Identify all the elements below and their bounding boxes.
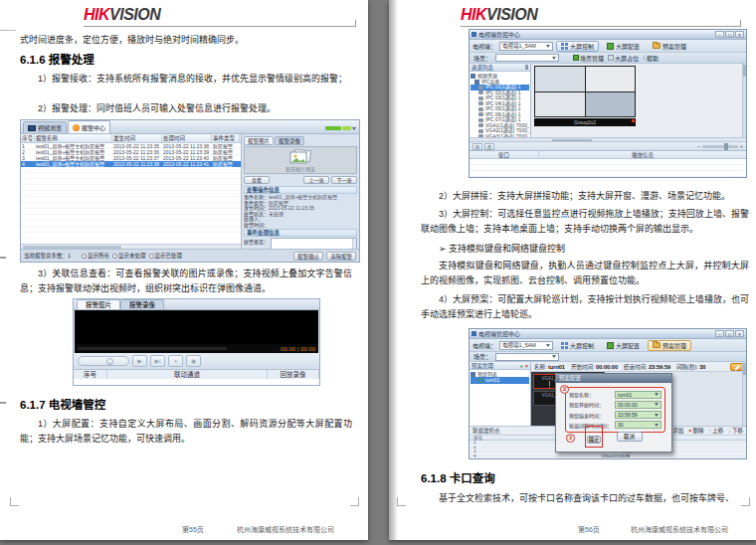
tab-video-browse[interactable]: 视频浏览	[23, 121, 67, 133]
dialog-titlebar[interactable]: 预案配置	[556, 374, 671, 383]
tab-screen-control[interactable]: 大屏控制	[556, 340, 599, 351]
hikvision-logo: HIKVISION	[461, 6, 537, 24]
plan-name-select[interactable]: turn01	[615, 391, 662, 399]
save-scene-button[interactable]: ▤	[472, 143, 482, 150]
toolbar-row-1: 电视墙： 电视墙1_5AM 大屏控制 大屏配置 预案管理	[470, 339, 746, 352]
wall-pane[interactable]	[586, 92, 636, 117]
tab-screen-config[interactable]: 大屏配置	[602, 41, 645, 52]
window-titlebar[interactable]: 电视墙管控中心 – □ ×	[470, 329, 746, 339]
close-button[interactable]: ×	[735, 330, 744, 337]
tab-alarm-center[interactable]: 报警中心	[68, 120, 110, 133]
prev-image-button[interactable]: 上一张	[303, 176, 329, 184]
wall-select[interactable]: 电视墙1_5AM	[499, 42, 553, 51]
wall-pane[interactable]	[586, 67, 636, 91]
snapshot-button[interactable]: ◉	[186, 355, 201, 367]
alarm-confirm-button[interactable]: 报警确认	[293, 252, 323, 261]
header-rule	[84, 26, 356, 27]
add-plan-icon[interactable]: +	[520, 362, 523, 370]
move-down-button[interactable]: ↓下移	[728, 427, 743, 435]
minimize-button[interactable]: –	[715, 31, 724, 38]
wall-select[interactable]: 电视墙1_5AM	[499, 341, 553, 350]
close-button[interactable]: ×	[735, 31, 744, 38]
document-viewer: { "logo": {"hik": "HIK", "vision": "VISI…	[0, 0, 756, 545]
scene-select[interactable]	[495, 353, 559, 361]
play-button[interactable]: ▶	[132, 355, 147, 367]
slider-knob[interactable]	[106, 358, 113, 365]
vertical-scrollbar[interactable]	[742, 64, 746, 137]
tvwall-plan-window: 电视墙管控中心 – □ × 电视墙： 电视墙1_5AM 大屏控制 大屏配置 预案…	[469, 328, 747, 459]
horizontal-scrollbar[interactable]	[470, 137, 746, 141]
column-header[interactable]: 处警状态	[240, 134, 242, 142]
move-up-button[interactable]: ↑上移	[708, 427, 723, 435]
opinion-row: 处警意见：	[244, 238, 357, 249]
alarm-table-row-selected[interactable]: 4test01_周界+报警主机防区报警2013-05-22 11:23:3820…	[21, 161, 241, 167]
ok-button[interactable]: 确定	[587, 436, 600, 444]
tab-screen-control[interactable]: 大屏控制	[556, 41, 599, 52]
column-header[interactable]: 处理时间	[162, 134, 212, 142]
tab-alarm-picture[interactable]: 报警图片	[77, 299, 120, 309]
time-display: 00:00 | 00:00	[281, 346, 315, 352]
vertical-scrollbar[interactable]	[742, 362, 746, 426]
opinion-textarea[interactable]	[271, 238, 357, 249]
crop-mark	[355, 20, 356, 27]
scrollbar[interactable]	[352, 239, 356, 249]
step-forward-button[interactable]: ▶|	[150, 355, 165, 367]
linkage-table-header: 序号 联动通道 回放录像	[74, 369, 319, 379]
body-text: 支持模拟键盘和网络键盘，执勤人员通过键盘控制监控点上大屏，并控制大屏上的视频图像…	[421, 259, 749, 288]
wall-pane[interactable]	[535, 67, 585, 91]
wall-pane[interactable]	[535, 92, 585, 117]
camera-icon	[478, 86, 483, 90]
scene-manage-button[interactable]: 场景管理	[573, 54, 604, 63]
column-header[interactable]: 序号	[21, 134, 35, 142]
zoom-in-icon[interactable]: +	[740, 143, 743, 149]
next-image-button[interactable]: 下一张	[331, 176, 357, 184]
radio-show-all[interactable]: 显示所有	[82, 252, 109, 260]
stop-button[interactable]: ×	[168, 355, 183, 367]
column-header[interactable]: 发生时间	[112, 134, 162, 142]
radio-show-handled[interactable]: 显示已处理	[149, 252, 183, 260]
camera-icon	[478, 91, 483, 94]
wall-grid-2x2[interactable]	[534, 66, 636, 117]
cancel-button[interactable]: 取消	[617, 432, 643, 442]
tab-plan-manage[interactable]: 预案管理	[648, 41, 691, 52]
delete-plan-icon[interactable]: ×	[525, 362, 528, 370]
scene-select[interactable]	[495, 54, 559, 62]
progress-bar[interactable]	[78, 347, 227, 350]
maximize-button[interactable]: □	[725, 31, 734, 38]
maximize-button[interactable]: □	[725, 330, 734, 337]
zoom-out-icon[interactable]: –	[697, 143, 700, 149]
tab-plan-manage[interactable]: 预案管理	[648, 340, 691, 351]
monitor-icon	[28, 125, 36, 131]
slider-knob[interactable]	[724, 143, 728, 150]
start-time-input[interactable]: 00:00:00	[615, 401, 662, 409]
tab-alarm-picture[interactable]: 报警图片	[244, 136, 274, 145]
change-bar	[0, 257, 6, 259]
resource-tree: 视频资源 IPC设备 IPC 01(1通道) 1 IPC 02(1通道) 1 I…	[470, 72, 530, 137]
tree-item-plan[interactable]: turn01	[471, 377, 529, 384]
screen-placeholder-button[interactable]: 大屏占位	[608, 54, 639, 63]
column-header[interactable]: 报警名称	[35, 134, 112, 142]
tour-row[interactable]: 405829555摄像	[470, 454, 746, 459]
window-titlebar[interactable]: 电视墙管控中心 – □ ×	[470, 30, 746, 40]
alarm-clear-button[interactable]: 清除报警	[326, 252, 356, 261]
tab-alarm-video[interactable]: 报警录像	[275, 136, 304, 145]
view-button[interactable]: 查看	[244, 176, 270, 184]
volume-slider[interactable]	[78, 356, 129, 366]
horizontal-scrollbar[interactable]	[21, 244, 241, 249]
tab-screen-config[interactable]: 大屏配置	[602, 340, 645, 351]
column-header[interactable]: 事件类型	[212, 134, 240, 142]
help-button[interactable]: ↕帮助	[643, 54, 659, 63]
tab-alarm-video[interactable]: 报警录像	[120, 299, 164, 309]
wall-canvas[interactable]: Group2x2	[531, 64, 746, 137]
minimize-button[interactable]: –	[715, 330, 724, 337]
device-icon	[607, 43, 614, 50]
end-time-input[interactable]: 23:59:59	[615, 411, 662, 419]
zoom-slider[interactable]: –+	[697, 143, 743, 149]
camera-icon	[478, 112, 483, 116]
print-button[interactable]: ▥	[484, 143, 494, 150]
delete-point-button[interactable]: ×删除	[688, 427, 703, 435]
radio-show-unhandled[interactable]: 显示未处理	[112, 252, 146, 260]
list-row[interactable]	[470, 171, 746, 177]
field-row: 处警时间：	[244, 223, 357, 229]
section-heading-618: 6.1.8 卡口查询	[421, 469, 495, 485]
